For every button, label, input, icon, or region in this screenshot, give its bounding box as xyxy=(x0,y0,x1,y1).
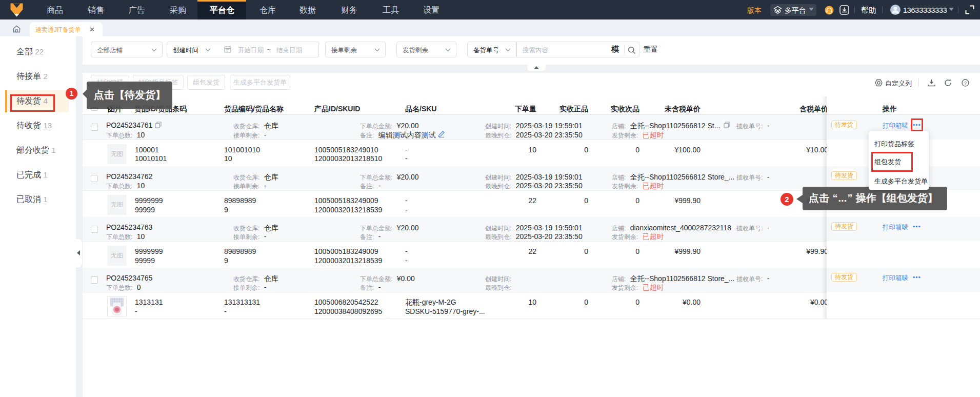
svg-text:?: ? xyxy=(964,81,967,86)
